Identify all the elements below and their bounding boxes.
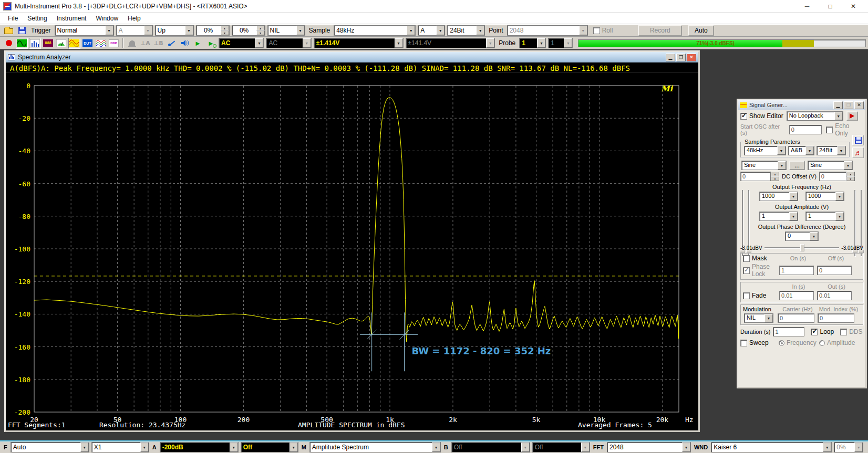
- trigger-mode-select[interactable]: Normal: [55, 25, 114, 36]
- ddp-viewer-icon[interactable]: [108, 38, 120, 49]
- bit-depth-select[interactable]: 24Bit: [447, 25, 485, 36]
- menu-help[interactable]: Help: [123, 14, 146, 23]
- trigger-level-stepper[interactable]: 0%: [196, 25, 230, 36]
- menubar: File Setting Instrument Window Help: [0, 13, 868, 24]
- channel-a-coupling-select[interactable]: AC: [219, 38, 264, 48]
- waveform-a-select[interactable]: Sine: [741, 161, 787, 170]
- save-file-icon[interactable]: [16, 25, 28, 36]
- amplitude-b-select[interactable]: 1: [805, 212, 844, 221]
- svg-text:-60: -60: [18, 180, 30, 188]
- fft-label: FFT: [593, 444, 604, 450]
- gen-sample-rate-select[interactable]: 48kHz: [744, 146, 786, 155]
- dc-offset-a-field[interactable]: 0: [740, 172, 771, 181]
- window-function-select[interactable]: Kaiser 6: [711, 442, 832, 452]
- svg-text:200: 200: [237, 416, 250, 424]
- probe-a-select[interactable]: 1: [519, 38, 546, 48]
- b-ref-select: Off: [532, 442, 590, 452]
- sweep-frequency-radio: [779, 340, 784, 346]
- mode-select[interactable]: Amplitude Spectrum: [309, 442, 441, 452]
- menu-instrument[interactable]: Instrument: [52, 14, 91, 23]
- signal-generator-icon: [740, 102, 747, 108]
- multimeter-icon[interactable]: [42, 38, 54, 49]
- restore-icon[interactable]: [676, 54, 686, 61]
- spectrum-analyzer-icon[interactable]: [29, 38, 41, 49]
- menu-file[interactable]: File: [3, 14, 23, 23]
- maximize-icon[interactable]: [819, 1, 842, 12]
- loopback-select[interactable]: No Loopback: [787, 111, 843, 121]
- fade-in-label: In (s): [780, 283, 818, 290]
- derived-data-icon[interactable]: [95, 38, 107, 49]
- play-loop-icon[interactable]: [205, 38, 217, 49]
- signal-generator-window: Signal Gener... ✕ Show Editor No Loopbac…: [737, 99, 867, 388]
- open-file-icon[interactable]: [3, 25, 15, 36]
- device-test-plan-icon[interactable]: [81, 38, 94, 49]
- run-stop-icon[interactable]: [3, 38, 15, 49]
- gen-channels-select[interactable]: A&B: [788, 146, 814, 155]
- music-notes-icon[interactable]: [852, 148, 864, 158]
- close-icon[interactable]: [687, 54, 696, 61]
- close-icon[interactable]: ✕: [854, 101, 864, 109]
- modulation-select[interactable]: NIL: [744, 313, 773, 323]
- dc-offset-a-stepper[interactable]: [771, 172, 779, 181]
- play-icon[interactable]: [192, 38, 204, 49]
- output-phase-label: Output Phase Difference (Degree): [758, 224, 846, 230]
- signal-generator-titlebar[interactable]: Signal Gener... ✕: [738, 100, 865, 110]
- close-icon[interactable]: [842, 1, 865, 12]
- oscilloscope-icon[interactable]: [16, 38, 28, 49]
- minimize-icon[interactable]: [666, 54, 675, 61]
- chart-title-text: AMPLITUDE SPECTRUM in dBFS: [298, 421, 405, 429]
- spectrum-chart[interactable]: 0-20-40-60-80-100-120-140-160-180-200205…: [6, 73, 698, 430]
- record-button: Record: [638, 25, 682, 36]
- mask-checkbox[interactable]: [743, 255, 750, 262]
- fft-size-select[interactable]: 2048: [607, 442, 691, 452]
- b-label: B: [444, 444, 448, 450]
- frequency-b-select[interactable]: 1000: [805, 192, 844, 201]
- more-waveform-button[interactable]: ...: [789, 161, 805, 170]
- svg-text:-120: -120: [14, 278, 30, 286]
- dc-offset-b-stepper[interactable]: [846, 172, 855, 181]
- trigger-delay-stepper[interactable]: 0%: [232, 25, 265, 36]
- mask-off-field: 0: [817, 266, 852, 275]
- chevron-down-icon: [303, 38, 311, 48]
- minimize-icon[interactable]: [833, 101, 843, 109]
- gen-bits-select[interactable]: 24Bit: [817, 146, 846, 155]
- freq-axis-select[interactable]: Auto: [11, 442, 89, 452]
- sample-rate-select[interactable]: 48kHz: [334, 25, 416, 36]
- level-left-label: -3.01dBV: [740, 245, 762, 251]
- amplitude-a-select[interactable]: 1: [759, 212, 798, 221]
- save-signal-icon[interactable]: [852, 135, 864, 145]
- show-editor-checkbox[interactable]: [740, 113, 747, 120]
- mask-group: Mask On (s) Off (s) Phase Lock 1 0: [740, 253, 863, 280]
- fade-checkbox[interactable]: [743, 292, 750, 299]
- fade-group: In (s) Out (s) Fade 0.01 0.01: [740, 282, 863, 302]
- a-range-select[interactable]: -200dB: [160, 442, 239, 452]
- loop-checkbox[interactable]: [811, 329, 818, 335]
- zoom-select[interactable]: X1: [91, 442, 149, 452]
- run-generator-button[interactable]: [846, 111, 858, 121]
- spectrum-analyzer-titlebar[interactable]: Spectrum Analyzer: [6, 52, 698, 62]
- channel-a-range-select[interactable]: ±1.414V: [314, 38, 404, 48]
- probe-calibration-icon[interactable]: [166, 38, 178, 49]
- slider-handle: [800, 244, 804, 251]
- minimize-icon[interactable]: [795, 1, 819, 12]
- sweep-checkbox[interactable]: [740, 340, 747, 346]
- menu-window[interactable]: Window: [91, 14, 123, 23]
- overlap-select: 0%: [834, 442, 863, 452]
- hpf-select[interactable]: NIL: [267, 25, 305, 36]
- balance-slider[interactable]: [764, 244, 840, 251]
- auto-button[interactable]: Auto: [688, 25, 714, 36]
- trigger-edge-select[interactable]: Up: [155, 25, 194, 36]
- chevron-down-icon: [564, 38, 572, 48]
- data-logger-icon[interactable]: [55, 38, 67, 49]
- averaged-frames-text: Averaged Frames: 5: [578, 421, 652, 429]
- a-ref-select[interactable]: Off: [241, 442, 298, 452]
- phase-select[interactable]: 0: [785, 231, 819, 241]
- signal-generator-icon[interactable]: [68, 38, 80, 49]
- sample-channel-select[interactable]: A: [418, 25, 445, 36]
- dc-offset-b-field[interactable]: 0: [819, 172, 846, 181]
- frequency-a-select[interactable]: 1000: [759, 192, 798, 201]
- svg-text:-20: -20: [18, 114, 30, 122]
- waveform-b-select[interactable]: Sine: [808, 161, 853, 170]
- speaker-icon[interactable]: [179, 38, 191, 49]
- menu-setting[interactable]: Setting: [23, 14, 51, 23]
